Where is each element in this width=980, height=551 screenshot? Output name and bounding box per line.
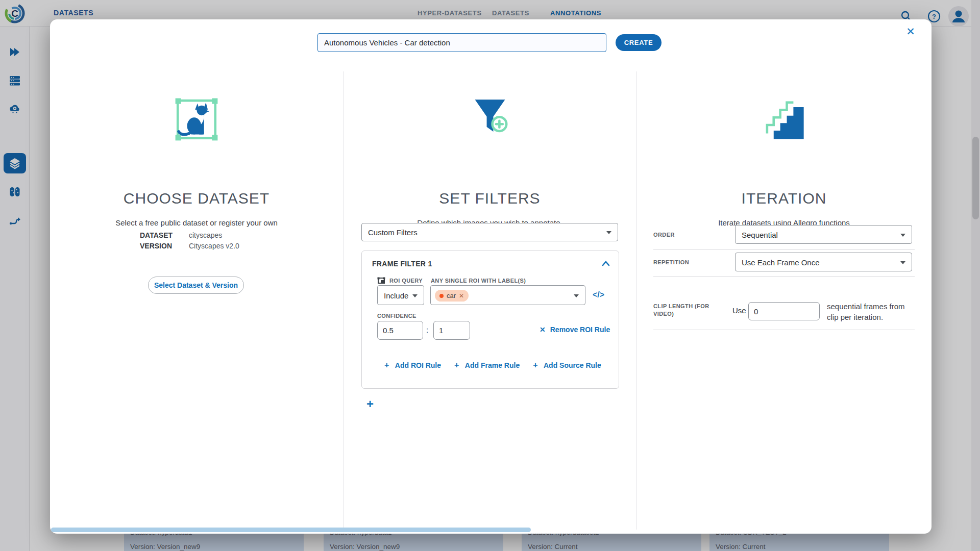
add-frame-filter-button[interactable]: + [366, 397, 374, 411]
add-source-rule-label: Add Source Rule [544, 361, 601, 369]
frame-filter-card: FRAME FILTER 1 ROI QUERY ANY SINGLE ROI … [361, 251, 619, 389]
version-value: Cityscapes v2.0 [189, 242, 239, 250]
repetition-value: Use Each Frame Once [742, 258, 820, 266]
confidence-label: CONFIDENCE [377, 313, 416, 319]
chevron-down-icon [606, 231, 611, 234]
select-dataset-version-button[interactable]: Select Dataset & Version [148, 277, 244, 294]
dataset-dog-annotation-icon [173, 96, 220, 143]
remove-roi-rule-label: Remove ROI Rule [550, 325, 610, 334]
repetition-label: REPETITION [653, 259, 689, 265]
confidence-min-input[interactable] [377, 321, 423, 340]
order-label: ORDER [653, 232, 675, 238]
task-name-input[interactable] [317, 33, 606, 52]
add-frame-rule-label: Add Frame Rule [465, 361, 520, 369]
label-chip-text: car [447, 292, 456, 299]
plus-icon: + [384, 361, 389, 369]
set-filters-column: SET FILTERS Define which images you wish… [343, 71, 636, 530]
order-select[interactable]: Sequential [735, 225, 912, 244]
confidence-separator: : [426, 325, 428, 334]
clip-suffix-text: sequential frames from clip per iteratio… [827, 301, 918, 322]
set-filters-heading: SET FILTERS [343, 190, 636, 207]
dataset-label: DATASET [140, 231, 173, 239]
chevron-down-icon [900, 234, 905, 237]
frame-filter-title: FRAME FILTER 1 [372, 260, 432, 268]
roi-bounding-box-icon [377, 277, 385, 285]
remove-chip-icon[interactable]: ✕ [459, 292, 464, 299]
label-color-dot [439, 294, 444, 298]
include-value: Include [384, 291, 408, 299]
add-roi-rule-label: Add ROI Rule [395, 361, 441, 369]
choose-dataset-subheading: Select a free public dataset or register… [50, 218, 343, 227]
plus-icon: + [533, 361, 537, 369]
repetition-select[interactable]: Use Each Frame Once [735, 253, 912, 271]
plus-icon: + [454, 361, 459, 369]
remove-x-icon: ✕ [540, 325, 546, 334]
iteration-heading: ITERATION [636, 190, 932, 207]
chevron-down-icon [900, 261, 905, 264]
iteration-stairs-icon [761, 96, 807, 143]
iteration-column: ITERATION Iterate datasets using Allegro… [636, 71, 932, 530]
row-divider [653, 276, 915, 277]
clip-use-label: Use [732, 306, 746, 315]
filter-type-value: Custom Filters [368, 228, 418, 237]
add-source-rule-link[interactable]: + Add Source Rule [533, 361, 601, 370]
include-exclude-select[interactable]: Include [377, 285, 424, 305]
chevron-down-icon [412, 294, 418, 297]
choose-dataset-heading: CHOOSE DATASET [50, 190, 343, 207]
clip-length-label: CLIP LENGTH (FOR VIDEO) [653, 303, 720, 318]
add-roi-rule-link[interactable]: + Add ROI Rule [384, 361, 441, 370]
roi-labels-multiselect[interactable]: car ✕ [430, 285, 585, 305]
create-button[interactable]: CREATE [616, 34, 662, 51]
remove-roi-rule-link[interactable]: ✕ Remove ROI Rule [540, 325, 610, 334]
collapse-chevron-up-icon[interactable] [601, 260, 610, 267]
filter-funnel-add-icon [467, 96, 513, 143]
close-icon[interactable]: ✕ [903, 24, 918, 39]
choose-dataset-column: CHOOSE DATASET Select a free public data… [50, 71, 343, 530]
version-label: VERSION [140, 242, 172, 250]
order-value: Sequential [742, 230, 778, 239]
add-frame-rule-link[interactable]: + Add Frame Rule [454, 361, 520, 370]
dataset-value: cityscapes [189, 231, 222, 239]
filter-type-select[interactable]: Custom Filters [361, 223, 618, 241]
label-chip-car[interactable]: car ✕ [435, 290, 469, 302]
row-divider [653, 330, 915, 330]
roi-query-label: ROI QUERY [389, 278, 423, 284]
roi-labels-label: ANY SINGLE ROI WITH LABEL(S) [431, 278, 526, 284]
chevron-down-icon [574, 294, 579, 297]
confidence-max-input[interactable] [433, 321, 470, 340]
code-editor-icon[interactable]: </> [593, 290, 604, 299]
row-divider [653, 249, 915, 250]
create-annotation-task-dialog: CREATE ✕ CHOOSE DATASET Select a free pu… [50, 19, 932, 534]
modal-horizontal-scrollbar-thumb[interactable] [51, 528, 531, 532]
clip-length-input[interactable] [748, 302, 820, 320]
